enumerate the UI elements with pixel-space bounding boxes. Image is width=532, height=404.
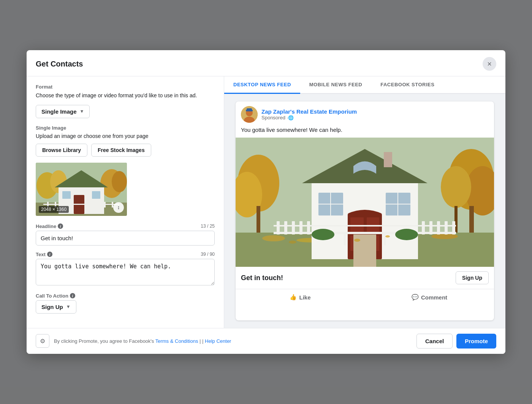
svg-point-68 — [385, 235, 390, 238]
headline-field-header: Headline i 13 / 25 — [36, 223, 215, 229]
text-info-icon: i — [47, 252, 52, 257]
ad-headline: Get in touch! — [241, 274, 283, 282]
svg-rect-61 — [452, 221, 455, 234]
svg-rect-37 — [384, 152, 392, 167]
gear-icon: ⚙ — [40, 337, 45, 345]
right-panel: Desktop News Feed Mobile News Feed Faceb… — [224, 76, 505, 328]
preview-tabs: Desktop News Feed Mobile News Feed Faceb… — [224, 76, 505, 94]
footer-right: Cancel Promote — [416, 334, 496, 349]
ad-actions: 👍 Like 💬 Comment — [236, 289, 494, 305]
cta-dropdown[interactable]: Sign Up ▼ — [36, 300, 76, 314]
svg-rect-62 — [344, 232, 346, 245]
cta-field-header: Call To Action i — [36, 293, 215, 299]
get-contacts-modal: Get Contacts × Format Choose the type of… — [27, 50, 505, 354]
ad-footer: Get in touch! Sign Up — [236, 267, 494, 289]
svg-rect-60 — [445, 221, 448, 234]
ad-card: Zap Zaplar's Real Estate Emporium Sponso… — [236, 101, 494, 320]
svg-rect-14 — [97, 202, 98, 208]
help-center-link[interactable]: Help Center — [205, 338, 231, 344]
svg-point-66 — [395, 229, 418, 240]
text-char-count: 39 / 90 — [201, 252, 215, 257]
headline-info-icon: i — [58, 223, 63, 229]
cta-info-icon: i — [70, 293, 75, 298]
svg-point-67 — [354, 239, 360, 242]
svg-point-4 — [112, 171, 127, 192]
format-dropdown[interactable]: Single Image ▼ — [36, 105, 90, 118]
format-description: Choose the type of image or video format… — [36, 92, 215, 100]
preview-content: Zap Zaplar's Real Estate Emporium Sponso… — [224, 94, 505, 328]
tab-mobile-news-feed[interactable]: Mobile News Feed — [300, 76, 371, 94]
avatar — [241, 106, 258, 123]
cancel-button[interactable]: Cancel — [416, 334, 453, 349]
svg-point-65 — [312, 229, 334, 240]
comment-icon: 💬 — [412, 294, 419, 301]
svg-rect-58 — [429, 221, 432, 234]
left-panel: Format Choose the type of image or video… — [27, 76, 224, 328]
tab-facebook-stories[interactable]: Facebook Stories — [371, 76, 443, 94]
svg-rect-63 — [384, 232, 386, 245]
globe-icon: ·🌐 — [287, 115, 294, 120]
svg-rect-53 — [284, 221, 287, 234]
svg-rect-15 — [104, 202, 106, 208]
svg-point-29 — [441, 166, 471, 208]
image-preview: 2048 × 1360 ↕ — [36, 163, 127, 216]
svg-rect-21 — [247, 108, 252, 111]
svg-rect-59 — [437, 221, 440, 234]
svg-rect-57 — [422, 221, 425, 234]
svg-point-34 — [431, 234, 458, 239]
ad-header: Zap Zaplar's Real Estate Emporium Sponso… — [236, 101, 494, 126]
format-label: Format — [36, 84, 215, 90]
ad-page-info: Zap Zaplar's Real Estate Emporium Sponso… — [261, 108, 489, 120]
svg-rect-10 — [92, 191, 100, 199]
modal-footer: ⚙ By clicking Promote, you agree to Face… — [27, 328, 505, 354]
modal-title: Get Contacts — [36, 60, 83, 68]
modal-header: Get Contacts × — [27, 50, 505, 76]
image-source-buttons: Browse Library Free Stock Images — [36, 144, 215, 157]
headline-char-count: 13 / 25 — [201, 223, 215, 229]
ad-sponsored: Sponsored ·🌐 — [261, 115, 489, 120]
upload-description: Upload an image or choose one from your … — [36, 133, 215, 139]
like-button[interactable]: 👍 Like — [236, 291, 365, 304]
svg-rect-54 — [292, 221, 295, 234]
close-button[interactable]: × — [483, 57, 496, 71]
image-dimensions-badge: 2048 × 1360 — [39, 206, 69, 213]
footer-separator: | — [202, 338, 203, 344]
single-image-label: Single Image — [36, 125, 215, 131]
text-input[interactable] — [36, 259, 215, 285]
svg-rect-55 — [299, 221, 302, 234]
browse-library-button[interactable]: Browse Library — [36, 144, 87, 157]
image-edit-icon[interactable]: ↕ — [113, 202, 124, 213]
text-field-header: Text i 39 / 90 — [36, 252, 215, 257]
terms-conditions-link[interactable]: Terms & Conditions — [155, 338, 198, 344]
ad-image — [236, 138, 494, 267]
ad-body-text: You gotta live somewhere! We can help. — [236, 126, 494, 138]
modal-body: Format Choose the type of image or video… — [27, 76, 505, 328]
comment-button[interactable]: 💬 Comment — [365, 291, 494, 304]
headline-input[interactable] — [36, 231, 215, 246]
cta-dropdown-arrow-icon: ▼ — [66, 304, 71, 309]
free-stock-images-button[interactable]: Free Stock Images — [91, 144, 151, 157]
svg-rect-56 — [307, 221, 310, 234]
svg-rect-52 — [277, 221, 280, 234]
promote-button[interactable]: Promote — [456, 334, 496, 349]
footer-left: ⚙ By clicking Promote, you agree to Face… — [36, 334, 231, 348]
tab-desktop-news-feed[interactable]: Desktop News Feed — [224, 76, 300, 94]
svg-point-32 — [262, 235, 285, 241]
thumbs-up-icon: 👍 — [290, 294, 297, 301]
footer-agree-text: By clicking Promote, you agree to Facebo… — [54, 338, 231, 344]
svg-point-69 — [289, 241, 296, 244]
dropdown-arrow-icon: ▼ — [80, 109, 84, 114]
svg-rect-9 — [62, 191, 71, 199]
ad-cta-button[interactable]: Sign Up — [456, 271, 489, 284]
settings-button[interactable]: ⚙ — [36, 334, 49, 348]
ad-page-name: Zap Zaplar's Real Estate Emporium — [261, 108, 489, 115]
cta-label: Call To Action i — [36, 293, 75, 299]
headline-label: Headline i — [36, 223, 63, 229]
text-label: Text i — [36, 252, 52, 257]
